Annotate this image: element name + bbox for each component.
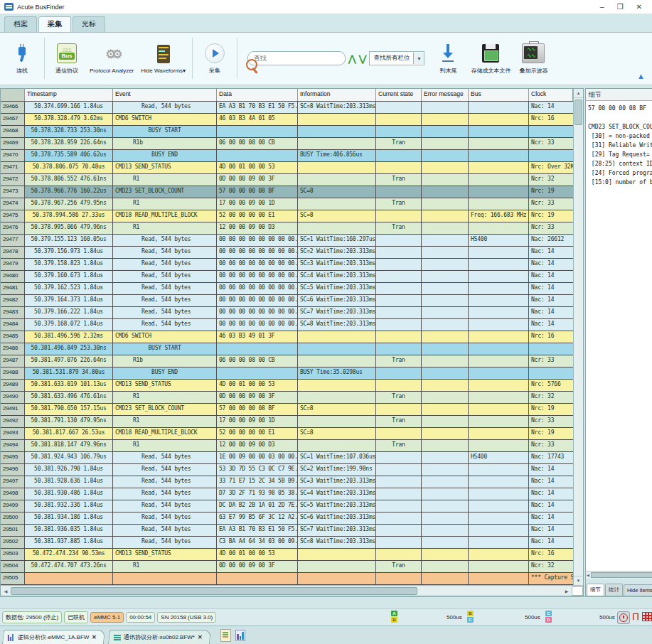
table-row[interactable]: 2949150.381.790.650 157.15usCMD23 SET_BL… bbox=[1, 404, 573, 416]
vertical-scroll-thumb[interactable] bbox=[574, 100, 582, 125]
table-row[interactable]: 2949050.381.633.496 476.61nsR10D 00 00 0… bbox=[1, 392, 573, 404]
table-row[interactable]: 2949350.381.817.667 26.53usCMD18 READ_MU… bbox=[1, 428, 573, 440]
table-row[interactable]: 2946950.378.328.959 226.64nsR1b06 00 00 … bbox=[1, 138, 573, 150]
capture-button[interactable]: 采集 bbox=[196, 41, 234, 76]
table-row[interactable]: 2948750.381.497.076 226.64nsR1b06 00 00 … bbox=[1, 355, 573, 367]
table-row[interactable]: 2949950.381.932.336 1.84usRead, 544 byte… bbox=[1, 500, 573, 512]
col-information[interactable]: Information bbox=[298, 89, 376, 101]
scroll-left-icon[interactable]: ◀ bbox=[1, 586, 11, 596]
table-row[interactable]: 2948350.379.166.222 1.84usRead, 544 byte… bbox=[1, 307, 573, 319]
cursor-pair-cd[interactable]: C D bbox=[545, 611, 552, 623]
connect-button[interactable]: 连线 bbox=[3, 41, 41, 76]
new-document-icon[interactable] bbox=[220, 629, 231, 642]
table-row[interactable]: 2948050.379.160.673 1.84usRead, 544 byte… bbox=[1, 271, 573, 283]
row-number: 29504 bbox=[1, 561, 25, 572]
title-bar: Acute BusFinder – ❐ ✕ bbox=[0, 0, 652, 14]
tab-file[interactable]: 档案 bbox=[4, 16, 37, 32]
table-row[interactable]: 2949250.381.791.130 479.95nsR117 00 00 0… bbox=[1, 416, 573, 428]
table-row[interactable]: 2948950.381.633.019 101.13usCMD13 SEND_S… bbox=[1, 380, 573, 392]
maximize-button[interactable]: ❐ bbox=[617, 3, 624, 11]
cell-error bbox=[422, 367, 469, 379]
table-row[interactable]: 2950050.381.934.186 1.84usRead, 544 byte… bbox=[1, 512, 573, 525]
doc-tab-close-icon[interactable]: ✕ bbox=[198, 634, 203, 640]
table-row[interactable]: 2948250.379.164.373 1.84usRead, 544 byte… bbox=[1, 295, 573, 307]
table-row[interactable]: 29505*** Capture S bbox=[1, 573, 573, 585]
search-input[interactable] bbox=[247, 51, 346, 65]
cell-event: Read, 544 bytes bbox=[113, 271, 217, 282]
table-row[interactable]: 2948450.379.168.072 1.84usRead, 544 byte… bbox=[1, 319, 573, 331]
table-row[interactable]: 2949850.381.930.486 1.84usRead, 544 byte… bbox=[1, 488, 573, 500]
minimize-button[interactable]: – bbox=[600, 3, 604, 11]
search-prev-icon[interactable]: ⋀ bbox=[348, 54, 356, 63]
table-row[interactable]: 2949750.381.928.636 1.84usRead, 544 byte… bbox=[1, 476, 573, 488]
search-next-icon[interactable]: ⋁ bbox=[359, 54, 367, 63]
col-data[interactable]: Data bbox=[217, 89, 298, 101]
cell-info bbox=[298, 162, 376, 173]
col-error-message[interactable]: Error message bbox=[422, 89, 469, 101]
doc-tab-logic-analyzer[interactable]: 逻辑分析仪-eMMC_1A.BFW ✕ bbox=[2, 630, 105, 644]
table-row[interactable]: 2947550.378.994.586 27.33usCMD18 READ_MU… bbox=[1, 210, 573, 222]
table-row[interactable]: 2950250.381.937.885 1.84usRead, 544 byte… bbox=[1, 537, 573, 549]
scroll-right-icon[interactable]: ▶ bbox=[562, 586, 572, 596]
table-row[interactable]: 2948550.381.496.596 2.32msCMD6 SWITCH46 … bbox=[1, 331, 573, 343]
tab-cursor[interactable]: 光标 bbox=[73, 16, 105, 32]
col-clock[interactable]: Clock bbox=[529, 89, 573, 101]
col-timestamp[interactable]: Timestamp bbox=[25, 89, 113, 101]
doc-tab-close-icon[interactable]: ✕ bbox=[92, 634, 97, 640]
scroll-down-icon[interactable]: ▼ bbox=[574, 576, 583, 585]
table-row[interactable]: 2947850.379.156.973 1.84usRead, 544 byte… bbox=[1, 247, 573, 259]
details-horizontal-scrollbar[interactable]: ◀▶ bbox=[586, 571, 652, 579]
table-row[interactable]: 2947650.378.995.066 479.96nsR112 00 00 0… bbox=[1, 222, 573, 235]
horizontal-scrollbar[interactable]: ◀ ▶ bbox=[1, 585, 583, 596]
new-analyzer-icon[interactable] bbox=[235, 630, 245, 641]
horizontal-scroll-thumb[interactable] bbox=[11, 587, 417, 595]
table-row[interactable]: 2948150.379.162.523 1.84usRead, 544 byte… bbox=[1, 283, 573, 295]
table-row[interactable]: 2947250.378.806.552 476.61nsR10D 00 00 0… bbox=[1, 174, 573, 186]
tab-capture[interactable]: 采集 bbox=[38, 16, 71, 32]
cursor-pair-ab[interactable]: A B bbox=[391, 611, 397, 623]
tab-statistics[interactable]: 统计 bbox=[605, 584, 623, 596]
doc-tab-protocol-analysis[interactable]: 通讯协议分析-xu0b02.BFW* ✕ bbox=[108, 630, 211, 644]
table-row[interactable]: 2947950.379.158.823 1.84usRead, 544 byte… bbox=[1, 259, 573, 271]
pulse-mode-icon[interactable]: ⨅ bbox=[630, 611, 641, 623]
table-row[interactable]: 2950150.381.936.035 1.84usRead, 544 byte… bbox=[1, 525, 573, 537]
overlay-oscilloscope-button[interactable]: ∿∿∿∿ 叠加示波器 bbox=[514, 41, 552, 76]
col-event[interactable]: Event bbox=[113, 89, 217, 101]
protocol-settings-button[interactable]: ⎍⎍⎍Bus 通信协议 bbox=[48, 41, 86, 76]
go-to-end-button[interactable]: 到末尾 bbox=[429, 41, 467, 76]
table-row[interactable]: 2947750.379.155.123 160.05usRead, 544 by… bbox=[1, 235, 573, 247]
vertical-scrollbar[interactable]: ▲ ▼ bbox=[573, 89, 583, 585]
table-row[interactable]: 2946850.378.328.733 253.30nsBUSY START bbox=[1, 126, 573, 138]
hide-waveforms-button[interactable]: Hide Waveforms▾ bbox=[137, 41, 189, 75]
close-button[interactable]: ✕ bbox=[636, 3, 642, 11]
cursor-pair-bc[interactable]: B C bbox=[467, 611, 474, 623]
chevron-down-icon[interactable]: ▼ bbox=[413, 53, 424, 64]
table-row[interactable]: 2948650.381.496.849 253.30nsBUSY START bbox=[1, 343, 573, 355]
table-row[interactable]: 2947350.378.966.776 160.22usCMD23 SET_BL… bbox=[1, 186, 573, 198]
table-row[interactable]: 2947050.378.735.589 406.62usBUSY ENDBUSY… bbox=[1, 150, 573, 162]
table-row[interactable]: 2948850.381.531.879 34.80usBUSY ENDBUSY … bbox=[1, 367, 573, 380]
scroll-up-icon[interactable]: ▲ bbox=[574, 89, 583, 98]
protocol-analyzer-button[interactable]: ⚙⚙ Protocol Analyzer bbox=[86, 41, 137, 75]
time-mode-icon[interactable] bbox=[617, 611, 630, 624]
table-row[interactable]: 2946750.378.328.479 3.62msCMD6 SWITCH46 … bbox=[1, 114, 573, 126]
save-as-text-button[interactable]: 存储成文本文件 bbox=[467, 41, 514, 76]
collapse-toolbar-icon[interactable]: ▲ bbox=[637, 72, 645, 80]
cell-data: 00 00 00 00 00 00 00 00... bbox=[217, 307, 298, 318]
tab-details[interactable]: 细节 bbox=[587, 584, 604, 596]
table-row[interactable]: 2949650.381.926.790 1.84usRead, 544 byte… bbox=[1, 464, 573, 476]
table-row[interactable]: 2946650.374.699.166 1.84usRead, 544 byte… bbox=[1, 102, 573, 114]
table-row[interactable]: 2950450.472.474.707 473.26nsR10D 00 00 0… bbox=[1, 561, 573, 573]
table-row[interactable]: 2947450.378.967.256 479.95nsR117 00 00 0… bbox=[1, 198, 573, 210]
cell-bus bbox=[469, 549, 529, 560]
tab-hide-items[interactable]: Hide Items bbox=[624, 584, 652, 596]
grid-mode-icon[interactable] bbox=[641, 611, 652, 623]
search-scope-select[interactable]: 查找所有栏位 ▼ bbox=[369, 51, 424, 65]
col-current-state[interactable]: Current state bbox=[376, 89, 422, 101]
table-row[interactable]: 2950350.472.474.234 90.53msCMD13 SEND_ST… bbox=[1, 549, 573, 561]
table-row[interactable]: 2949550.381.924.943 106.79usRead, 544 by… bbox=[1, 452, 573, 464]
cell-state bbox=[376, 319, 422, 331]
col-bus[interactable]: Bus bbox=[469, 89, 529, 101]
table-row[interactable]: 2949450.381.818.147 479.96nsR112 00 00 0… bbox=[1, 440, 573, 452]
table-row[interactable]: 2947150.378.806.075 70.48usCMD13 SEND_ST… bbox=[1, 162, 573, 174]
